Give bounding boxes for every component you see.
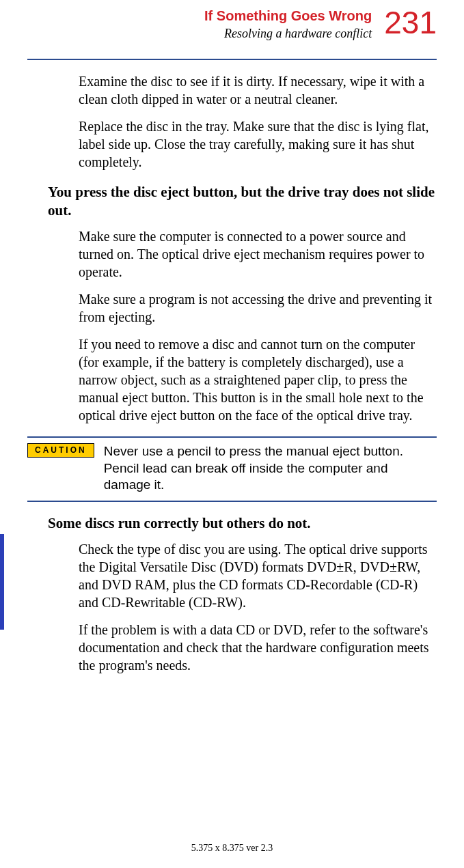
body-block-2: Make sure the computer is connected to a… <box>79 227 437 424</box>
side-tab <box>0 534 4 630</box>
subheading-some-discs: Some discs run correctly but others do n… <box>48 514 437 532</box>
paragraph: If the problem is with a data CD or DVD,… <box>79 621 437 674</box>
body-block-3: Check the type of disc you are using. Th… <box>79 540 437 674</box>
caution-label: CAUTION <box>27 443 94 458</box>
paragraph: Make sure a program is not accessing the… <box>79 290 437 326</box>
top-rule <box>27 59 437 60</box>
page-header: If Something Goes Wrong Resolving a hard… <box>27 7 437 42</box>
caution-text: Never use a pencil to press the manual e… <box>104 443 437 494</box>
subheading-eject: You press the disc eject button, but the… <box>48 183 437 219</box>
page-number: 231 <box>384 7 437 38</box>
caution-block: CAUTION Never use a pencil to press the … <box>27 436 437 502</box>
section-title: Resolving a hardware conflict <box>204 26 372 42</box>
paragraph: If you need to remove a disc and cannot … <box>79 335 437 424</box>
page-content: If Something Goes Wrong Resolving a hard… <box>0 0 464 674</box>
body-block-1: Examine the disc to see if it is dirty. … <box>79 72 437 171</box>
footer-text: 5.375 x 8.375 ver 2.3 <box>0 842 464 854</box>
paragraph: Check the type of disc you are using. Th… <box>79 540 437 611</box>
header-text-block: If Something Goes Wrong Resolving a hard… <box>204 7 372 42</box>
paragraph: Examine the disc to see if it is dirty. … <box>79 72 437 108</box>
chapter-title: If Something Goes Wrong <box>204 7 372 25</box>
paragraph: Replace the disc in the tray. Make sure … <box>79 117 437 171</box>
paragraph: Make sure the computer is connected to a… <box>79 227 437 281</box>
